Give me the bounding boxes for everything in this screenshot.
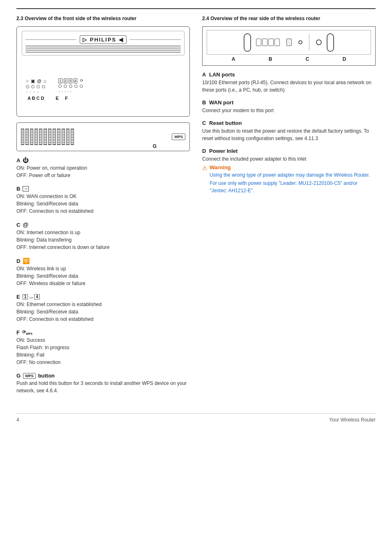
warning-icon: ⚠ bbox=[202, 165, 208, 171]
rear-desc-c: C Reset button Use this button to reset … bbox=[202, 120, 376, 142]
rear-desc-a-text: 10/100 Ethernet ports (RJ-45). Connect d… bbox=[202, 79, 376, 94]
indicator-b-letter: B bbox=[16, 186, 20, 192]
indicator-b: B ▫▫ ON: WAN connection is OK Blinking: … bbox=[16, 186, 190, 215]
rear-desc-b: B WAN port Connect your modem to this po… bbox=[202, 99, 376, 114]
rear-desc-b-letter: B bbox=[202, 99, 206, 106]
indicator-f-blink: Blinking: Fail bbox=[16, 351, 190, 359]
indicator-e: E 1 ... 4 ON: Ethernet connection is est… bbox=[16, 294, 190, 323]
page-number: 4 bbox=[16, 417, 19, 423]
wps-icon: ⟳WPS bbox=[22, 329, 32, 335]
indicator-d-letter: D bbox=[16, 258, 20, 264]
indicator-c-on: ON: Internet connection is up bbox=[16, 229, 190, 236]
indicator-a: A ⏻ ON: Power on, normal operation OFF: … bbox=[16, 157, 190, 179]
right-section-title: 2.4 Overview of the rear side of the wir… bbox=[202, 16, 376, 21]
indicator-g-desc: Push and hold this button for 3 seconds … bbox=[16, 380, 190, 394]
warning-block: ⚠ Warning Using the wrong type of power … bbox=[202, 164, 376, 194]
rear-desc-d-title: Power Inlet bbox=[209, 148, 238, 154]
indicator-g-letter: G bbox=[16, 373, 21, 379]
indicator-a-on: ON: Power on, normal operation bbox=[16, 164, 190, 172]
rear-desc-d-letter: D bbox=[202, 148, 206, 154]
indicator-e-blink: Blinking: Send/Receive data bbox=[16, 308, 190, 315]
indicator-b-on: ON: WAN connection is OK bbox=[16, 193, 190, 200]
warning-line2: For use only with power supply "Leader: … bbox=[210, 180, 376, 194]
indicator-d-blink: Blinking: Send/Receive data bbox=[16, 272, 190, 280]
warning-line1: Using the wrong type of power adapter ma… bbox=[210, 171, 376, 179]
rear-desc-c-title: Reset button bbox=[209, 120, 242, 126]
indicator-c-blink: Blinking: Data transfering bbox=[16, 236, 190, 244]
rear-desc-a: A LAN ports 10/100 Ethernet ports (RJ-45… bbox=[202, 71, 376, 94]
indicator-g-suffix: button bbox=[38, 373, 55, 379]
indicator-c-letter: C bbox=[16, 222, 20, 228]
rear-desc-b-title: WAN port bbox=[209, 99, 233, 106]
rear-desc-d-text: Connect the included power adapter to th… bbox=[202, 155, 376, 163]
left-section-title: 2.3 Overview of the front side of the wi… bbox=[16, 16, 190, 21]
indicator-d-off: OFF: Wireless disable or failure bbox=[16, 280, 190, 287]
indicator-a-letter: A bbox=[16, 157, 20, 164]
indicator-c-off: OFF: Internet connection is down or fail… bbox=[16, 244, 190, 251]
indicator-d-on: ON: Wireless link is up bbox=[16, 265, 190, 272]
warning-title: Warning bbox=[210, 164, 376, 170]
footer-label: Your Wireless Router bbox=[329, 417, 376, 423]
indicator-f-letter: F bbox=[16, 329, 20, 336]
rear-desc-a-title: LAN ports bbox=[209, 71, 235, 78]
indicator-a-off: OFF: Power off or failure bbox=[16, 172, 190, 179]
power-icon: ⏻ bbox=[23, 157, 28, 164]
rear-label-b: B bbox=[269, 56, 272, 62]
rear-desc-b-text: Connect your modem to this port bbox=[202, 107, 376, 114]
indicator-e-off: OFF: Connection is not established bbox=[16, 315, 190, 323]
ethernet-icon: 1 ... 4 bbox=[23, 294, 40, 299]
rear-desc-a-letter: A bbox=[202, 71, 206, 78]
wps-badge-g: WPS bbox=[23, 373, 36, 379]
front-label-ef: E F bbox=[56, 96, 68, 101]
router-rear-diagram: A B C D bbox=[202, 26, 376, 66]
wps-button-side: WPS bbox=[172, 134, 185, 140]
indicator-g: G WPS button Push and hold this button f… bbox=[16, 373, 190, 394]
side-label-g: G bbox=[153, 143, 157, 149]
indicator-f-on: ON: Success bbox=[16, 336, 190, 344]
indicator-f-off: OFF: No connection bbox=[16, 359, 190, 366]
rear-label-a: A bbox=[232, 56, 235, 62]
internet-icon: @ bbox=[23, 221, 28, 228]
front-label-abcd: A B C D bbox=[28, 96, 44, 101]
page-footer: 4 Your Wireless Router bbox=[16, 413, 376, 423]
indicator-b-blink: Blinking: Send/Receive data bbox=[16, 200, 190, 207]
indicator-e-letter: E bbox=[16, 294, 20, 300]
rear-desc-c-letter: C bbox=[202, 120, 206, 126]
router-front-diagram: ▷ PHILIPS ◀ ○▣@⌂ bbox=[16, 26, 190, 117]
wireless-icon: 🛜 bbox=[23, 258, 30, 264]
indicator-b-off: OFF: Connection is not established bbox=[16, 207, 190, 215]
indicator-c: C @ ON: Internet connection is up Blinki… bbox=[16, 221, 190, 251]
indicator-d: D 🛜 ON: Wireless link is up Blinking: Se… bbox=[16, 258, 190, 287]
indicator-f: F ⟳WPS ON: Success Flash Flash: In progr… bbox=[16, 329, 190, 366]
rear-labels-row: A B C D bbox=[207, 56, 371, 62]
router-side-diagram: WPS G bbox=[16, 122, 190, 151]
rear-label-d: D bbox=[343, 56, 346, 62]
rear-desc-c-text: Use this button to reset the power and r… bbox=[202, 127, 376, 142]
rear-label-c: C bbox=[306, 56, 309, 62]
indicator-f-flash: Flash Flash: In progress bbox=[16, 344, 190, 351]
wan-icon: ▫▫ bbox=[23, 186, 29, 191]
philips-logo: ▷ PHILIPS ◀ bbox=[80, 35, 127, 44]
rear-desc-d: D Power Inlet Connect the included power… bbox=[202, 148, 376, 194]
indicator-e-on: ON: Ethernet connection is established bbox=[16, 301, 190, 308]
